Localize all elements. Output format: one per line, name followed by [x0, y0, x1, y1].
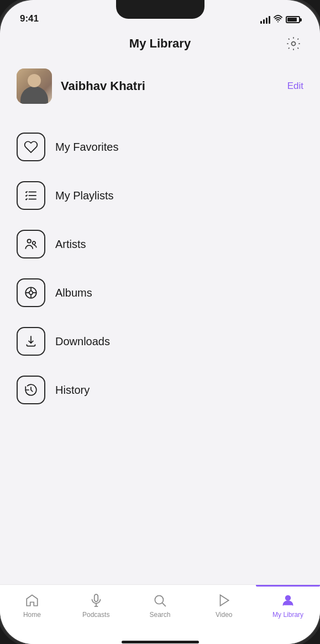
downloads-icon-wrap [17, 327, 45, 356]
search-tab-icon [152, 593, 167, 608]
tab-podcasts[interactable]: Podcasts [64, 590, 128, 619]
svg-rect-13 [94, 594, 98, 601]
tab-search[interactable]: Search [128, 590, 192, 619]
artists-icon-wrap [17, 230, 45, 258]
battery-icon [286, 16, 300, 23]
menu-item-artists[interactable]: Artists [0, 220, 320, 268]
notch [116, 0, 204, 19]
edit-button[interactable]: Edit [287, 81, 303, 92]
person-icon [281, 593, 295, 608]
svg-point-6 [33, 241, 35, 244]
search-icon [153, 593, 167, 608]
video-tab-label: Video [216, 611, 232, 619]
albums-icon [24, 286, 38, 300]
wifi-icon [274, 15, 282, 24]
home-tab-icon [24, 593, 40, 608]
svg-point-8 [29, 291, 33, 295]
home-tab-label: Home [23, 611, 41, 619]
profile-name: Vaibhav Khatri [61, 79, 287, 93]
library-tab-label: My Library [272, 611, 303, 619]
library-tab-icon [280, 593, 296, 608]
history-icon-wrap [17, 376, 45, 404]
profile-section: Vaibhav Khatri Edit [0, 60, 320, 113]
playlist-icon [24, 188, 38, 203]
favorites-icon-wrap [17, 133, 45, 161]
tab-library[interactable]: My Library [256, 590, 320, 619]
gear-icon [286, 36, 301, 51]
status-icons [260, 15, 300, 24]
main-content: My Library Vaibhav Khatri Edit [0, 28, 320, 584]
playlists-icon-wrap [17, 181, 45, 210]
artists-icon [24, 237, 38, 251]
signal-icon [260, 16, 270, 24]
menu-item-playlists[interactable]: My Playlists [0, 171, 320, 220]
screen: 9:41 [0, 0, 320, 644]
svg-point-19 [286, 595, 291, 600]
avatar-image [17, 68, 52, 104]
page-header: My Library [0, 28, 320, 60]
page-title: My Library [129, 36, 191, 51]
history-icon [24, 383, 38, 397]
heart-icon [24, 140, 38, 154]
home-bar [122, 641, 199, 643]
phone-shell: 9:41 [0, 0, 320, 644]
svg-point-0 [277, 22, 279, 23]
tab-video[interactable]: Video [192, 590, 256, 619]
tab-bar: Home Podcasts [0, 584, 320, 640]
svg-point-5 [28, 239, 32, 243]
download-icon [24, 334, 38, 349]
svg-marker-18 [221, 595, 229, 606]
status-time: 9:41 [20, 13, 39, 24]
menu-item-history[interactable]: History [0, 366, 320, 414]
playlists-label: My Playlists [55, 189, 114, 202]
menu-list: My Favorites My Playlist [0, 118, 320, 584]
settings-button[interactable] [284, 34, 303, 54]
active-tab-indicator [256, 585, 320, 587]
avatar [17, 68, 52, 104]
albums-icon-wrap [17, 278, 45, 307]
menu-item-favorites[interactable]: My Favorites [0, 123, 320, 171]
menu-item-albums[interactable]: Albums [0, 268, 320, 317]
podcasts-tab-icon [88, 593, 104, 608]
history-label: History [55, 384, 90, 397]
play-icon [217, 593, 231, 608]
svg-point-16 [155, 595, 164, 604]
home-icon [25, 593, 39, 608]
artists-label: Artists [55, 238, 86, 251]
search-tab-label: Search [149, 611, 170, 619]
albums-label: Albums [55, 287, 92, 299]
menu-item-downloads[interactable]: Downloads [0, 317, 320, 366]
downloads-label: Downloads [55, 335, 110, 348]
podcasts-tab-label: Podcasts [82, 611, 109, 619]
video-tab-icon [216, 593, 232, 608]
tab-home[interactable]: Home [0, 590, 64, 619]
svg-point-1 [292, 42, 296, 46]
home-indicator [0, 640, 320, 644]
svg-line-17 [162, 603, 166, 606]
favorites-label: My Favorites [55, 141, 118, 154]
microphone-icon [89, 593, 103, 608]
